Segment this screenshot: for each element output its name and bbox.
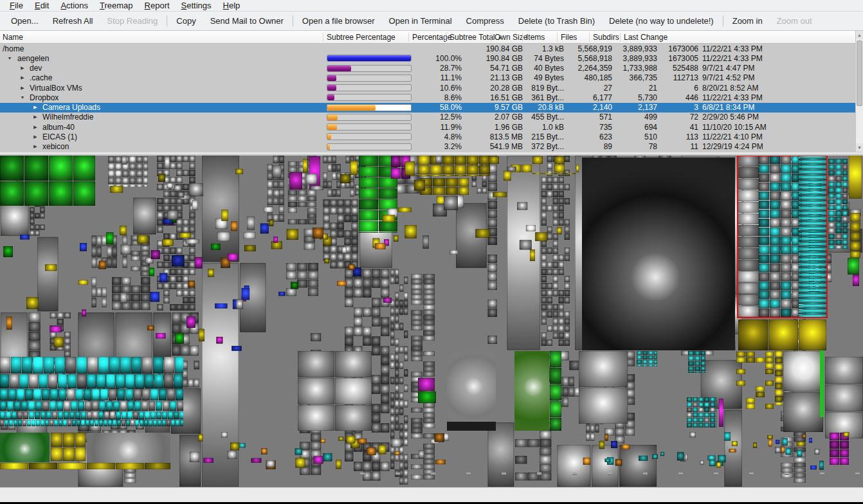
subtree-percentage-bar [327, 75, 412, 82]
header-separator[interactable] [446, 33, 446, 42]
tree-scrollbar[interactable]: ▲ ▼ [855, 31, 863, 152]
toolbar-compress-button[interactable]: Compress [459, 14, 511, 28]
column-header-last-change[interactable]: Last Change [624, 33, 668, 42]
menu-file[interactable]: File [4, 0, 29, 12]
tree-row-camera-uploads[interactable]: ▶Camera Uploads58.0%9.57 GB20.8 kB2,1402… [0, 103, 855, 113]
cell-total: 21.13 GB [467, 73, 523, 82]
cell-total: 1.96 GB [467, 123, 523, 132]
subtree-percentage-bar [327, 123, 412, 130]
scroll-up-icon[interactable]: ▲ [856, 31, 863, 39]
cell-own: 215 Byt... [524, 132, 564, 141]
header-separator[interactable] [491, 33, 491, 42]
expand-icon[interactable]: ▶ [31, 125, 40, 130]
expand-icon[interactable]: ▶ [18, 86, 27, 91]
cell-own: 372 Byt... [524, 142, 564, 151]
cell-total: 54.71 GB [467, 64, 523, 73]
item-name: xebicon [42, 142, 69, 151]
header-separator[interactable] [589, 33, 590, 42]
expand-icon[interactable]: ▶ [18, 75, 27, 80]
toolbar-separator [167, 15, 167, 26]
header-separator[interactable] [557, 33, 558, 42]
expand-icon[interactable]: ▶ [18, 66, 27, 71]
toolbar-open-a-file-browser-button[interactable]: Open a file browser [295, 14, 382, 28]
column-header-name[interactable]: Name [3, 33, 23, 42]
menubar: FileEditActionsTreemapReportSettingsHelp [0, 0, 863, 12]
tree-row-wilhelmfreddie[interactable]: ▶Wilhelmfreddie12.5%2.07 GB455 Byt...571… [0, 113, 855, 122]
column-header-items[interactable]: Items [526, 33, 545, 42]
tree-row-cache[interactable]: ▶.cache11.1%21.13 GB49 Bytes480,185366,7… [0, 73, 855, 83]
scroll-down-icon[interactable]: ▼ [856, 143, 863, 152]
collapse-icon[interactable]: ▼ [5, 56, 14, 60]
menu-actions[interactable]: Actions [55, 0, 94, 12]
cell-changed: 9/7/21 4:47 PM [702, 64, 853, 73]
column-header-subtree-percentage[interactable]: Subtree Percentage [327, 33, 395, 42]
cell-subdirs: 1673005 [652, 54, 698, 63]
toolbar-open-in-terminal-button[interactable]: Open in Terminal [382, 14, 459, 28]
cell-perc: 58.0% [412, 103, 462, 112]
cell-files: 78 [611, 142, 657, 151]
tree-row-album-40[interactable]: ▶album-4011.9%1.96 GB1.0 kB7356944111/10… [0, 122, 855, 132]
column-header-subdirs[interactable]: Subdirs [593, 33, 619, 42]
toolbar-refresh-all-button[interactable]: Refresh All [46, 14, 100, 28]
item-name: /home [3, 44, 24, 53]
header-separator[interactable] [522, 33, 523, 42]
menu-edit[interactable]: Edit [29, 0, 55, 12]
item-name: aengelen [17, 54, 49, 63]
menu-report[interactable]: Report [139, 0, 176, 12]
subtree-percentage-bar [327, 65, 412, 72]
tree-row-eicas-1[interactable]: ▶EICAS (1)4.8%813.5 MB215 Byt...62351011… [0, 132, 855, 141]
cell-own: 819 Byt... [524, 84, 564, 93]
expand-icon[interactable]: ▶ [31, 134, 40, 140]
tree-row-xebicon[interactable]: ▶xebicon3.2%541.9 MB372 Byt...89781112/2… [0, 142, 855, 152]
scrollbar-thumb[interactable] [857, 40, 862, 106]
toolbar-delete-no-way-to-undelete-button[interactable]: Delete (no way to undelete!) [602, 14, 721, 28]
cell-total: 813.5 MB [467, 132, 523, 141]
toolbar-zoom-out-button: Zoom out [770, 14, 819, 28]
item-name: Camera Uploads [42, 103, 100, 112]
tree-row-dropbox[interactable]: ▼Dropbox8.6%16.51 GB361 Byt...6,1775,730… [0, 93, 855, 102]
toolbar-delete-to-trash-bin-button[interactable]: Delete (to Trash Bin) [511, 14, 602, 28]
cell-items: 5,568,918 [566, 54, 612, 63]
expand-icon[interactable]: ▶ [31, 105, 40, 110]
expand-icon[interactable]: ▶ [31, 114, 40, 120]
status-bar [0, 487, 863, 502]
cell-files: 1,733,988 [611, 64, 657, 73]
tree-row-dev[interactable]: ▶dev28.7%54.71 GB40 Bytes2,264,3591,733,… [0, 64, 855, 73]
menu-settings[interactable]: Settings [176, 0, 217, 12]
cell-own: 49 Bytes [524, 73, 564, 82]
cell-own: 74 Bytes [524, 54, 564, 63]
cell-total: 190.84 GB [467, 54, 523, 63]
header-separator[interactable] [620, 33, 621, 42]
cell-total: 9.57 GB [467, 103, 523, 112]
item-name: Dropbox [30, 93, 59, 102]
cell-files: 3,889,933 [611, 54, 657, 63]
header-separator[interactable] [408, 33, 409, 42]
tree-row-virtualbox-vms[interactable]: ▶VirtualBox VMs10.6%20.28 GB819 Byt...27… [0, 83, 855, 93]
cell-items: 735 [566, 123, 612, 132]
header-separator[interactable] [323, 33, 323, 42]
cell-total: 2.07 GB [467, 113, 523, 122]
cell-files: 5,730 [611, 93, 657, 102]
cell-perc: 11.9% [412, 123, 462, 132]
menu-help[interactable]: Help [217, 0, 246, 12]
item-name: VirtualBox VMs [30, 84, 82, 93]
tree-row-aengelen[interactable]: ▼aengelen100.0%190.84 GB74 Bytes5,568,91… [0, 53, 855, 63]
toolbar-stop-reading-button: Stop Reading [100, 14, 165, 28]
cell-changed: 8/20/21 8:52 AM [702, 84, 853, 93]
toolbar-zoom-in-button[interactable]: Zoom in [725, 14, 770, 28]
subtree-percentage-bar [327, 133, 412, 140]
cell-files: 21 [611, 84, 657, 93]
cell-items: 2,264,359 [566, 64, 612, 73]
cell-files: 3,889,933 [611, 44, 657, 53]
expand-icon[interactable]: ▶ [31, 144, 40, 149]
column-header-files[interactable]: Files [561, 33, 577, 42]
cell-perc: 8.6% [412, 93, 462, 102]
toolbar-copy-button[interactable]: Copy [169, 14, 203, 28]
tree-row-home[interactable]: /home190.84 GB1.3 kB5,568,9193,889,93316… [0, 44, 855, 53]
collapse-icon[interactable]: ▼ [18, 95, 27, 100]
treemap-canvas[interactable] [0, 155, 863, 487]
toolbar-open-button[interactable]: Open... [4, 14, 46, 28]
toolbar-send-mail-to-owner-button[interactable]: Send Mail to Owner [203, 14, 291, 28]
menu-treemap[interactable]: Treemap [94, 0, 139, 12]
subtree-percentage-bar [327, 55, 412, 62]
